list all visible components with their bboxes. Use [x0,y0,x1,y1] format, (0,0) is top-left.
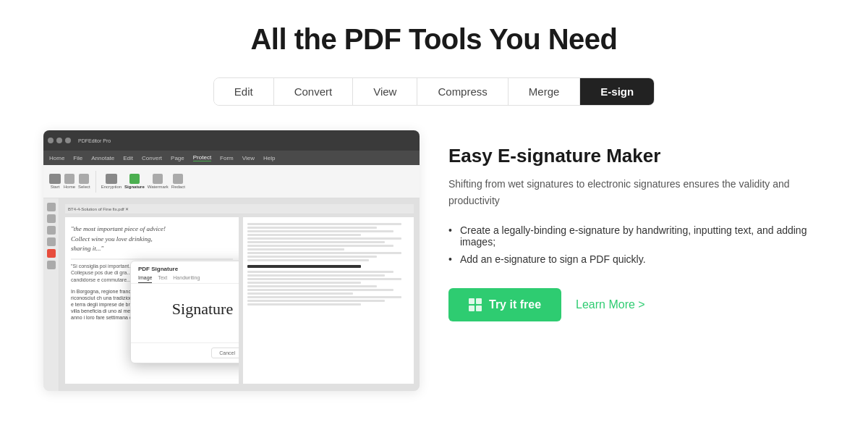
pdf-main-area: BT4-4-Solution of Fine fix.pdf ✕ "the mo… [59,198,420,391]
windows-pane-tr [476,298,482,304]
menu-protect: Protect [193,154,211,161]
sidebar-icon-3 [47,226,56,235]
ribbon-btn-start[interactable]: Start [49,174,61,189]
feature-bullet-2: Add an e-signature to sign a PDF quickly… [448,250,825,268]
sig-text: Signature [172,300,233,319]
right-panel: Easy E-signature Maker Shifting from wet… [448,130,825,321]
feature-bullet-1: Create a legally-binding e-signature by … [448,222,825,250]
sig-area: Signature [131,284,239,334]
sig-dialog-footer: Cancel Ok [131,342,239,363]
windows-pane-bl [469,306,475,311]
ribbon-btn-select[interactable]: Select [78,174,90,189]
pdf-right-column [243,217,414,384]
cta-buttons: Try it free Learn More > [448,288,825,321]
ribbon-btn-encrypt[interactable]: Encryption [101,174,122,189]
tab-merge[interactable]: Merge [509,78,581,105]
tab-edit[interactable]: Edit [214,78,274,105]
tab-esign[interactable]: E-sign [580,78,654,105]
menu-edit-m: Edit [123,155,133,161]
menu-annotate: Annotate [91,155,114,161]
menu-view-m: View [242,155,255,161]
page-title: All the PDF Tools You Need [250,23,617,56]
menu-form: Form [220,155,234,161]
try-free-label: Try it free [489,298,541,311]
tab-compress[interactable]: Compress [417,78,508,105]
sig-dialog-tabs: Image Text Handwriting [138,275,239,283]
sidebar-icon-5 [47,249,56,258]
ribbon-btn-watermark[interactable]: Watermark [148,174,169,189]
pdf-body: BT4-4-Solution of Fine fix.pdf ✕ "the mo… [43,198,420,391]
tab-view[interactable]: View [353,78,417,105]
ribbon-divider [95,171,96,193]
filename-bar: BT4-4-Solution of Fine fix.pdf ✕ [65,204,414,214]
ribbon-btn-redact[interactable]: Redact [171,174,185,189]
toolbar-dot-2 [56,138,62,143]
toolbar-dot-3 [65,138,71,143]
pdf-divider [71,258,233,260]
page-wrapper: All the PDF Tools You Need Edit Convert … [0,0,868,438]
ribbon: Start Home Select Encr [43,165,420,198]
sig-clear-btn[interactable]: Clear [131,334,239,342]
sig-cancel-btn[interactable]: Cancel [211,348,239,358]
feature-title: Easy E-signature Maker [448,145,825,167]
filename-text: BT4-4-Solution of Fine fix.pdf ✕ [68,206,129,211]
sidebar-icon-1 [47,203,56,211]
sidebar-icon-6 [47,261,56,269]
sig-dialog-title: PDF Signature [138,266,239,272]
pdf-left-sidebar [43,198,59,391]
menu-help: Help [263,155,275,161]
pdf-preview-wrapper: PDFEditor Pro Home File Annotate Edit Co… [43,130,420,391]
signature-dialog: PDF Signature Image Text Handwriting [130,261,239,363]
sig-tab-handwriting[interactable]: Handwriting [173,275,200,283]
sig-dialog-header: PDF Signature Image Text Handwriting [131,261,239,284]
pdf-columns: "the most important piece of advice! Col… [65,217,414,384]
menu-home: Home [49,155,64,161]
tabs-container: Edit Convert View Compress Merge E-sign [213,77,655,106]
article-text [247,223,409,306]
sig-tab-image[interactable]: Image [138,275,152,283]
menu-convert-m: Convert [142,155,162,161]
ribbon-buttons: Start Home Select Encr [49,171,185,193]
tab-convert[interactable]: Convert [274,78,354,105]
app-toolbar: PDFEditor Pro [43,130,420,151]
menu-file: File [73,155,82,161]
main-content: PDFEditor Pro Home File Annotate Edit Co… [0,123,868,413]
app-name: PDFEditor Pro [78,138,111,143]
windows-icon [469,298,482,311]
ribbon-btn-signature[interactable]: Signature [124,174,145,189]
learn-more-button[interactable]: Learn More > [576,298,645,311]
menu-bar: Home File Annotate Edit Convert Page Pro… [43,151,420,165]
sidebar-icon-2 [47,214,56,223]
feature-description: Shifting from wet signatures to electron… [448,176,825,209]
sig-tab-text[interactable]: Text [158,275,167,283]
windows-pane-br [476,306,482,311]
windows-pane-tl [469,298,475,304]
pdf-left-column: "the most important piece of advice! Col… [65,217,239,384]
page-header: All the PDF Tools You Need [236,0,631,70]
ribbon-btn-home[interactable]: Home [64,174,75,189]
sidebar-icon-4 [47,237,56,246]
try-free-button[interactable]: Try it free [448,288,561,321]
pdf-mockup: PDFEditor Pro Home File Annotate Edit Co… [43,130,420,391]
toolbar-dot-1 [48,138,54,143]
pdf-handwriting-text: "the most important piece of advice! Col… [71,224,233,254]
menu-page: Page [171,155,184,161]
feature-list: Create a legally-binding e-signature by … [448,222,825,268]
